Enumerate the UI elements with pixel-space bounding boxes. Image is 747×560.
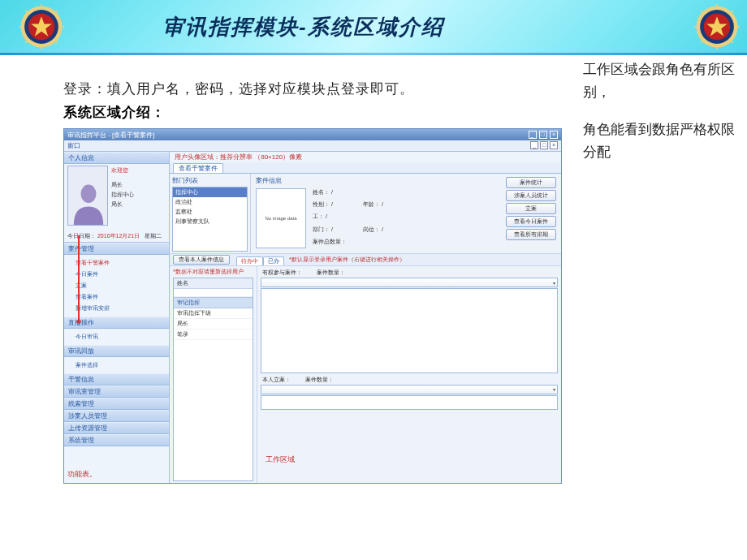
case-count-label-1: 案件数量： bbox=[317, 269, 345, 277]
subtab-done[interactable]: 已办 bbox=[263, 256, 284, 265]
weekday: 星期二 bbox=[145, 233, 162, 239]
maximize-button[interactable]: □ bbox=[539, 131, 547, 139]
dept-item-supervision[interactable]: 监察处 bbox=[173, 207, 247, 217]
svg-point-24 bbox=[80, 185, 96, 204]
user-grid-row-chief[interactable]: 局长 bbox=[174, 319, 253, 330]
user-grid-row-sub[interactable]: 审讯指挥下级 bbox=[174, 308, 253, 319]
app-title-text: 审讯指挥平台 - [查看干警案件] bbox=[67, 131, 155, 140]
mdi-close-button[interactable]: × bbox=[550, 141, 558, 149]
side-note-p2: 角色能看到数据严格权限分配 bbox=[583, 118, 737, 164]
nav-item-today-cases[interactable]: 今日案件 bbox=[64, 269, 169, 280]
user-select-warning: *数据不对应请重新选择用户 bbox=[173, 268, 253, 276]
nav-system-management[interactable]: 系统管理 bbox=[64, 434, 169, 446]
field-name: 姓名： / bbox=[313, 187, 347, 199]
police-badge-left-icon bbox=[18, 3, 65, 50]
date-label: 今日日期： bbox=[67, 233, 96, 239]
today-date-row: 今日日期： 2010年12月21日 星期二 bbox=[64, 230, 169, 243]
mdi-minimize-button[interactable]: _ bbox=[530, 141, 538, 149]
nav-police-info[interactable]: 干警信息 bbox=[64, 373, 169, 386]
user-dept: 指挥中心 bbox=[111, 190, 134, 200]
chevron-down-icon: ▾ bbox=[553, 280, 555, 286]
side-note-p1: 工作区域会跟角色有所区别， bbox=[583, 58, 737, 104]
nav-item-view-police-cases[interactable]: 查看干警案件 bbox=[64, 257, 169, 269]
self-case-grid[interactable] bbox=[261, 395, 558, 410]
self-case-label: 本人立案： bbox=[262, 376, 291, 384]
nav-interrogation-review[interactable]: 审讯回放 bbox=[64, 345, 169, 357]
user-grid-row-transcript[interactable]: 笔录 bbox=[174, 330, 253, 340]
subtab-pending[interactable]: 待办中 bbox=[236, 256, 263, 265]
create-case-button[interactable]: 立案 bbox=[506, 203, 556, 214]
field-age: 年龄： / bbox=[363, 199, 383, 211]
nav-item-today-interrogation[interactable]: 今日审讯 bbox=[64, 331, 169, 342]
nav-item-view-cases[interactable]: 查看案件 bbox=[64, 291, 169, 303]
participate-combo[interactable]: ▾ bbox=[261, 278, 558, 287]
participate-label: 有权参与案件： bbox=[262, 269, 302, 277]
nav-item-add-interrogation[interactable]: 新增审讯安排 bbox=[64, 303, 169, 314]
field-position: 岗位： / bbox=[363, 224, 383, 236]
subtab-hint: *默认显示登录用户案件（右键进行相关操作） bbox=[289, 256, 405, 264]
user-rank: 局长 bbox=[111, 180, 134, 190]
nav-room-management[interactable]: 审讯室管理 bbox=[64, 386, 169, 398]
main-tab-bar: 查看干警案件 bbox=[170, 162, 561, 174]
case-stats-button[interactable]: 案件统计 bbox=[506, 177, 556, 188]
minimize-button[interactable]: _ bbox=[529, 131, 537, 139]
user-grid-header-name: 姓名 bbox=[174, 278, 253, 289]
right-body: 用户头像区域：推荐分辨率 （80×120）像素 查看干警案件 部门列表 指挥中心… bbox=[170, 152, 561, 483]
app-menubar: 窗口 _ □ × bbox=[64, 140, 561, 152]
red-arrow-down-icon bbox=[78, 235, 80, 323]
work-area-annotation: 工作区域 bbox=[266, 454, 295, 465]
field-gender: 性别： / bbox=[313, 199, 347, 211]
slide-title: 审讯指挥模块-系统区域介绍 bbox=[162, 13, 444, 41]
left-panel: 个人信息 欢迎您 局长 指挥中心 局长 bbox=[64, 152, 170, 483]
function-list-annotation: 功能表。 bbox=[67, 469, 97, 480]
app-titlebar: 审讯指挥平台 - [查看干警案件] _ □ × bbox=[64, 129, 561, 140]
suspect-stats-button[interactable]: 涉案人员统计 bbox=[506, 190, 556, 201]
chevron-down-icon-2: ▾ bbox=[553, 386, 555, 392]
case-photo-placeholder: No image data bbox=[256, 188, 306, 248]
dept-item-political[interactable]: 政治处 bbox=[173, 197, 247, 207]
welcome-text: 欢迎您 bbox=[111, 166, 134, 175]
date-value: 2010年12月21日 bbox=[97, 233, 140, 239]
slide-banner: 审讯指挥模块-系统区域介绍 bbox=[0, 0, 747, 55]
dept-item-criminal-police[interactable]: 刑事警察支队 bbox=[173, 217, 247, 226]
user-role: 局长 bbox=[111, 200, 134, 209]
nav-suspect-management[interactable]: 涉案人员管理 bbox=[64, 410, 169, 422]
dept-item-command-center[interactable]: 指挥中心 bbox=[173, 187, 247, 197]
nav-upload-management[interactable]: 上传资源管理 bbox=[64, 422, 169, 434]
police-badge-right-icon bbox=[693, 3, 741, 50]
field-total-cases: 案件总数量： bbox=[313, 236, 347, 248]
app-window: 审讯指挥平台 - [查看干警案件] _ □ × 窗口 _ □ × 个人信息 bbox=[63, 128, 562, 484]
nav-item-create-case[interactable]: 立案 bbox=[64, 280, 169, 291]
nav-clue-management[interactable]: 线索管理 bbox=[64, 398, 169, 410]
view-all-schedule-button[interactable]: 查看所有排期 bbox=[506, 229, 556, 240]
personal-info-body: 欢迎您 局长 指挥中心 局长 bbox=[64, 164, 169, 230]
view-self-case-button[interactable]: 查看本人案件信息 bbox=[173, 255, 230, 265]
view-today-cases-button[interactable]: 查看今日案件 bbox=[506, 216, 556, 227]
dept-listbox[interactable]: 指挥中心 政治处 监察处 刑事警察支队 bbox=[172, 187, 248, 252]
tab-view-police-cases[interactable]: 查看干警案件 bbox=[173, 163, 223, 173]
participate-grid[interactable] bbox=[261, 288, 558, 373]
avatar-zone-annotation-text: 用户头像区域：推荐分辨率 （80×120）像素 bbox=[170, 152, 561, 162]
field-dept: 部门： / bbox=[313, 224, 347, 236]
self-case-combo[interactable]: ▾ bbox=[261, 385, 558, 394]
nav-item-case-select[interactable]: 案件选择 bbox=[64, 360, 169, 371]
mdi-restore-button[interactable]: □ bbox=[540, 141, 548, 149]
menu-window[interactable]: 窗口 bbox=[67, 142, 80, 149]
field-work: 工： / bbox=[313, 211, 347, 223]
side-note: 工作区域会跟角色有所区别， 角色能看到数据严格权限分配 bbox=[583, 58, 737, 179]
close-button[interactable]: × bbox=[550, 131, 558, 139]
user-grid-section-command[interactable]: 审记指挥 bbox=[174, 297, 253, 308]
avatar-box bbox=[67, 166, 108, 226]
user-grid[interactable]: 姓名 审记指挥 审讯指挥下级 局长 笔录 bbox=[173, 278, 253, 481]
nav-case-management[interactable]: 案件管理 bbox=[64, 243, 169, 255]
personal-info-header[interactable]: 个人信息 bbox=[64, 152, 169, 164]
dept-list-label: 部门列表 bbox=[172, 176, 248, 185]
case-count-label-2: 案件数量： bbox=[305, 376, 334, 384]
